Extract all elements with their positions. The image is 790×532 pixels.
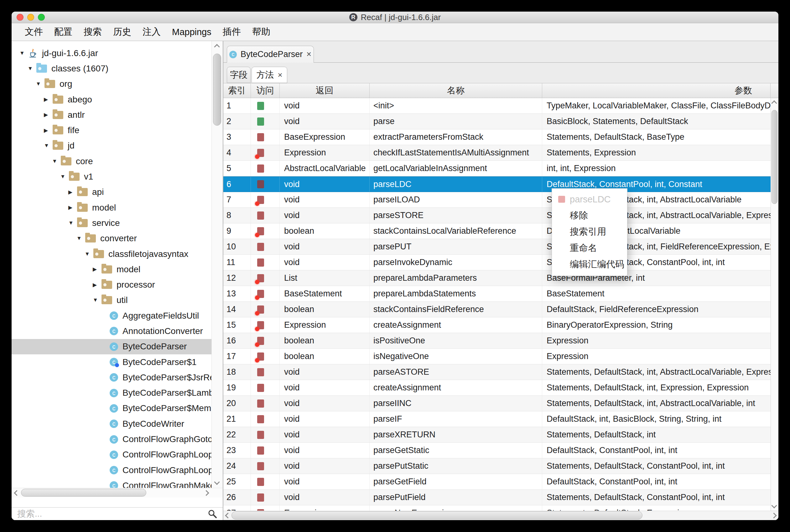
- tree-item-annotationconverter[interactable]: cAnnotationConverter: [12, 323, 211, 339]
- tree-item-model[interactable]: ▶model: [12, 200, 211, 215]
- chevron-down-icon[interactable]: ▼: [84, 251, 93, 257]
- column-header-1[interactable]: 索引: [223, 83, 251, 98]
- context-menu-item-移除[interactable]: 移除: [552, 207, 627, 224]
- chevron-right-icon[interactable]: ▶: [68, 204, 77, 211]
- tree-item-fife[interactable]: ▶fife: [12, 122, 211, 138]
- tree-item-processor[interactable]: ▶processor: [12, 277, 211, 292]
- table-row[interactable]: 8voidparseSTOREStatements, DefaultStack,…: [223, 208, 771, 223]
- tab-close-icon[interactable]: ×: [306, 50, 311, 59]
- tree-item-bytecodeparser-lambda[interactable]: cByteCodeParser$Lambda: [12, 385, 211, 401]
- table-row[interactable]: 19voidcreateAssignmentStatements, Defaul…: [223, 380, 771, 396]
- chevron-down-icon[interactable]: ▼: [44, 142, 53, 149]
- menu-item-帮助[interactable]: 帮助: [247, 26, 276, 38]
- close-window-button[interactable]: [17, 14, 23, 21]
- table-horizontal-scrollbar[interactable]: [223, 511, 778, 520]
- column-header-2[interactable]: 访问: [251, 83, 280, 98]
- tree-item-bytecodewriter[interactable]: cByteCodeWriter: [12, 416, 211, 432]
- table-row[interactable]: 11voidparseInvokeDynamicStatements, Defa…: [223, 255, 771, 270]
- tree-vscroll-thumb[interactable]: [213, 54, 221, 126]
- chevron-down-icon[interactable]: ▼: [60, 174, 69, 180]
- menu-item-搜索[interactable]: 搜索: [78, 26, 108, 38]
- tree-item-classes-1607-[interactable]: ▼classes (1607): [12, 61, 211, 76]
- table-row[interactable]: 22voidparseXRETURNStatements, DefaultSta…: [223, 427, 771, 443]
- scroll-down-icon[interactable]: [771, 502, 777, 508]
- table-hscroll-thumb[interactable]: [231, 511, 642, 519]
- tab-close-icon[interactable]: ×: [277, 70, 282, 80]
- scroll-right-icon[interactable]: [203, 490, 209, 496]
- table-row[interactable]: 9booleanstackContainsLocalVariableRefere…: [223, 223, 771, 239]
- table-row[interactable]: 1void<init>TypeMaker, LocalVariableMaker…: [223, 98, 771, 114]
- column-header-5[interactable]: 参数: [542, 83, 771, 98]
- tab-methods[interactable]: 方法×: [252, 67, 287, 83]
- tree-item-bytecodeparser-1[interactable]: cByteCodeParser$1: [12, 354, 211, 370]
- table-row[interactable]: 26voidparsePutFieldStatements, DefaultSt…: [223, 490, 771, 506]
- context-menu-item-搜索引用[interactable]: 搜索引用: [552, 224, 627, 240]
- tree-item-bytecodeparser[interactable]: cByteCodeParser: [12, 339, 211, 354]
- column-header-4[interactable]: 名称: [370, 83, 542, 98]
- tree-hscroll-thumb[interactable]: [21, 489, 146, 497]
- tab-bytecodeparser[interactable]: c ByteCodeParser ×: [227, 46, 314, 63]
- table-row[interactable]: 4ExpressioncheckIfLastStatementIsAMultiA…: [223, 145, 771, 161]
- tree-item-util[interactable]: ▼util: [12, 292, 211, 308]
- menu-item-注入[interactable]: 注入: [137, 26, 166, 38]
- chevron-down-icon[interactable]: ▼: [36, 81, 44, 87]
- menu-item-Mappings[interactable]: Mappings: [166, 27, 217, 37]
- table-vertical-scrollbar[interactable]: [771, 98, 778, 511]
- chevron-right-icon[interactable]: ▶: [44, 112, 53, 118]
- context-menu-item-编辑汇编代码[interactable]: 编辑汇编代码: [552, 256, 627, 272]
- menu-item-插件[interactable]: 插件: [217, 26, 247, 38]
- tree-item-bytecodeparser-jsrretu[interactable]: cByteCodeParser$JsrRetu: [12, 370, 211, 385]
- table-row[interactable]: 18voidparseASTOREStatements, DefaultStac…: [223, 364, 771, 380]
- tree-item-jd-gui-1-6-6-jar[interactable]: ▼jd-gui-1.6.6.jar: [12, 45, 211, 61]
- tree-item-org[interactable]: ▼org: [12, 76, 211, 92]
- scroll-left-icon[interactable]: [14, 490, 19, 496]
- table-row[interactable]: 17booleanisNegativeOneExpression: [223, 349, 771, 364]
- menu-item-历史[interactable]: 历史: [108, 26, 137, 38]
- chevron-right-icon[interactable]: ▶: [93, 282, 101, 288]
- table-row[interactable]: 25voidparseGetFieldDefaultStack, Constan…: [223, 474, 771, 490]
- tree-item-core[interactable]: ▼core: [12, 153, 211, 169]
- tree-vertical-scrollbar[interactable]: [211, 41, 223, 488]
- scroll-up-icon[interactable]: [214, 44, 219, 50]
- tree-item-converter[interactable]: ▼converter: [12, 231, 211, 246]
- scroll-down-icon[interactable]: [214, 479, 219, 485]
- scroll-left-icon[interactable]: [225, 513, 231, 518]
- tree-item-antlr[interactable]: ▶antlr: [12, 107, 211, 122]
- tree-item-service[interactable]: ▼service: [12, 215, 211, 231]
- tree-item-abego[interactable]: ▶abego: [12, 92, 211, 107]
- chevron-right-icon[interactable]: ▶: [44, 96, 53, 103]
- table-row[interactable]: 5AbstractLocalVariablegetLocalVariableIn…: [223, 161, 771, 176]
- table-row[interactable]: 23voidparseGetStaticDefaultStack, Consta…: [223, 443, 771, 458]
- tree-horizontal-scrollbar[interactable]: [12, 488, 223, 497]
- table-row[interactable]: 12ListprepareLambdaParametersBaseFormalP…: [223, 270, 771, 286]
- table-row[interactable]: 20voidparseIINCStatements, DefaultStack,…: [223, 396, 771, 411]
- table-row[interactable]: 15ExpressioncreateAssignmentBinaryOperat…: [223, 317, 771, 333]
- chevron-down-icon[interactable]: ▼: [19, 50, 28, 56]
- tab-fields[interactable]: 字段: [227, 67, 251, 83]
- table-row[interactable]: 2voidparseBasicBlock, Statements, Defaul…: [223, 114, 771, 129]
- tree-item-classfiletojavasyntax[interactable]: ▼classfiletojavasyntax: [12, 246, 211, 262]
- table-row[interactable]: 24voidparsePutStaticStatements, DefaultS…: [223, 458, 771, 474]
- chevron-right-icon[interactable]: ▶: [68, 189, 77, 195]
- table-row[interactable]: 13BaseStatementprepareLambdaStatementsBa…: [223, 286, 771, 302]
- tree-item-aggregatefieldsutil[interactable]: cAggregateFieldsUtil: [12, 308, 211, 323]
- tree-item-controlflowgraphloopre[interactable]: cControlFlowGraphLoopRe: [12, 447, 211, 462]
- scroll-up-icon[interactable]: [771, 100, 777, 106]
- table-row[interactable]: 7voidparseILOADStatements, DefaultStack,…: [223, 192, 771, 208]
- chevron-down-icon[interactable]: ▼: [27, 65, 36, 72]
- tree-item-controlflowgraphloopre[interactable]: cControlFlowGraphLoopRe: [12, 462, 211, 478]
- chevron-down-icon[interactable]: ▼: [93, 297, 101, 303]
- zoom-window-button[interactable]: [38, 14, 45, 21]
- table-row[interactable]: 21voidparseIFDefaultStack, int, BasicBlo…: [223, 411, 771, 427]
- scroll-right-icon[interactable]: [771, 513, 776, 518]
- tree-item-v1[interactable]: ▼v1: [12, 169, 211, 184]
- column-header-3[interactable]: 返回: [280, 83, 370, 98]
- table-row[interactable]: 6voidparseLDCDefaultStack, ConstantPool,…: [223, 176, 771, 192]
- chevron-right-icon[interactable]: ▶: [93, 266, 101, 272]
- tree-item-model[interactable]: ▶model: [12, 262, 211, 277]
- table-row[interactable]: 10voidparsePUTStatements, DefaultStack, …: [223, 239, 771, 255]
- chevron-down-icon[interactable]: ▼: [76, 235, 85, 242]
- table-vscroll-thumb[interactable]: [772, 110, 777, 204]
- tree-item-jd[interactable]: ▼jd: [12, 138, 211, 153]
- tree-item-controlflowgraphgotore[interactable]: cControlFlowGraphGotoRe: [12, 432, 211, 447]
